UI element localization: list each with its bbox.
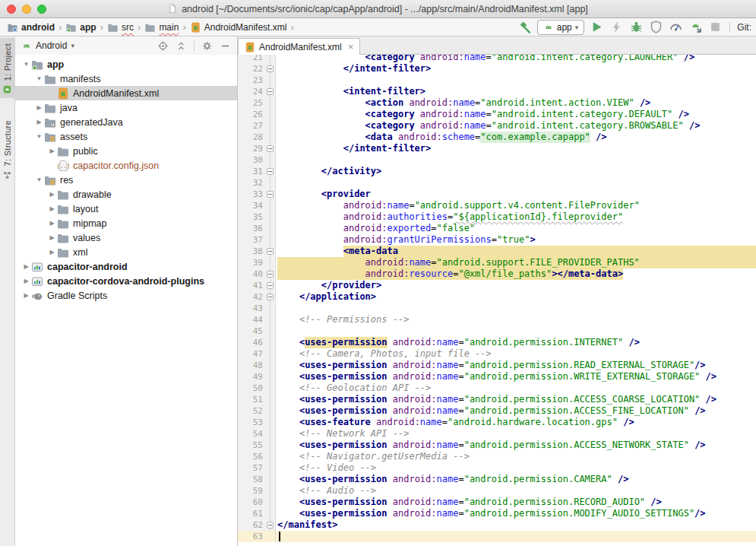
code-text[interactable]: <action android:name="android.intent.act…	[276, 97, 756, 109]
code-line[interactable]: 22 </intent-filter>	[238, 63, 756, 75]
code-text[interactable]: </application>	[276, 291, 756, 303]
code-line[interactable]: 61 <uses-permission android:name="androi…	[238, 508, 756, 519]
code-text[interactable]: android:name="android.support.FILE_PROVI…	[276, 257, 756, 268]
code-line[interactable]: 32	[238, 177, 756, 189]
close-window-button[interactable]	[7, 5, 16, 14]
code-line[interactable]: 26 <category android:name="android.inten…	[238, 109, 756, 120]
code-text[interactable]: </intent-filter>	[276, 63, 756, 75]
code-line[interactable]: 60 <uses-permission android:name="androi…	[238, 497, 756, 508]
code-text[interactable]: <uses-permission android:name="android.p…	[276, 440, 756, 451]
code-line[interactable]: 52 <uses-permission android:name="androi…	[238, 405, 756, 417]
breadcrumb-item[interactable]: main	[142, 21, 181, 33]
code-text[interactable]: <uses-permission android:name="android.p…	[276, 508, 756, 519]
code-line[interactable]: 40 android:resource="@xml/file_paths"></…	[238, 268, 756, 280]
tree-expand-arrow-icon[interactable]: ▶	[21, 292, 31, 299]
tree-item[interactable]: ▶Gradle Scripts	[15, 288, 237, 303]
code-line[interactable]: 24 <intent-filter>	[238, 86, 756, 97]
code-text[interactable]: </activity>	[276, 166, 756, 177]
code-line[interactable]: 53 <uses-feature android:name="android.h…	[238, 417, 756, 428]
code-line[interactable]: 55 <uses-permission android:name="androi…	[238, 440, 756, 451]
code-text[interactable]: <uses-permission android:name="android.p…	[276, 405, 756, 417]
code-text[interactable]: <!-- Navigator.getUserMedia -->	[276, 451, 756, 462]
stop-button[interactable]	[708, 20, 723, 34]
run-button[interactable]	[590, 20, 604, 34]
code-text[interactable]: <meta-data	[276, 246, 756, 257]
tree-item[interactable]: ▼assets	[15, 129, 237, 144]
fold-marker-icon[interactable]	[267, 191, 274, 198]
tree-item[interactable]: ▶mipmap	[15, 216, 237, 230]
minimize-window-button[interactable]	[22, 5, 31, 14]
code-line[interactable]: 45	[238, 325, 756, 337]
code-line[interactable]: 23	[238, 75, 756, 86]
code-text[interactable]: <category android:name="android.intent.c…	[276, 55, 756, 63]
debug-button[interactable]	[629, 20, 644, 34]
tree-expand-arrow-icon[interactable]: ▼	[21, 61, 31, 68]
code-line[interactable]: 37 android:grantUriPermissions="true">	[238, 234, 756, 246]
code-text[interactable]: <!-- Video -->	[276, 462, 756, 474]
code-text[interactable]: <uses-permission android:name="android.p…	[276, 497, 756, 508]
tree-expand-arrow-icon[interactable]: ▶	[47, 249, 57, 256]
code-text[interactable]	[276, 303, 756, 314]
code-text[interactable]	[276, 177, 756, 189]
code-line[interactable]: 34 android:name="android.support.v4.cont…	[238, 200, 756, 211]
tree-item[interactable]: ▶drawable	[15, 187, 237, 202]
tree-expand-arrow-icon[interactable]: ▶	[21, 263, 31, 270]
tree-item[interactable]: ▼app	[15, 57, 237, 71]
code-text[interactable]: <!-- Audio -->	[276, 485, 756, 497]
code-text[interactable]: <uses-permission android:name="android.p…	[276, 337, 756, 348]
breadcrumb-item[interactable]: android	[5, 21, 57, 33]
code-line[interactable]: 28 <data android:scheme="com.example.cap…	[238, 132, 756, 143]
code-line[interactable]: 31 </activity>	[238, 166, 756, 177]
close-tab-icon[interactable]: ×	[348, 41, 354, 52]
code-text[interactable]: android:name="android.support.v4.content…	[276, 200, 756, 211]
tree-expand-arrow-icon[interactable]: ▶	[47, 220, 57, 227]
gear-icon[interactable]	[201, 40, 213, 52]
code-text[interactable]: </intent-filter>	[276, 143, 756, 154]
code-line[interactable]: 62</manifest>	[238, 519, 756, 531]
code-line[interactable]: 35 android:authorities="${applicationId}…	[238, 211, 756, 223]
code-text[interactable]: <category android:name="android.intent.c…	[276, 120, 756, 132]
code-line[interactable]: 33 <provider	[238, 189, 756, 200]
fold-marker-icon[interactable]	[267, 145, 274, 152]
project-view-selector[interactable]: Android ▾	[21, 40, 74, 51]
code-line[interactable]: 49 <uses-permission android:name="androi…	[238, 371, 756, 383]
code-line[interactable]: 63	[238, 531, 756, 542]
code-text[interactable]	[276, 325, 756, 337]
tree-expand-arrow-icon[interactable]: ▶	[21, 278, 31, 284]
code-line[interactable]: 47 <!-- Camera, Photos, input file -->	[238, 348, 756, 360]
code-line[interactable]: 50 <!-- Geolocation API -->	[238, 383, 756, 394]
fold-marker-icon[interactable]	[267, 522, 274, 529]
code-line[interactable]: 54 <!-- Network API -->	[238, 428, 756, 440]
code-line[interactable]: 30	[238, 154, 756, 166]
code-text[interactable]: <data android:scheme="com.example.capapp…	[276, 132, 756, 143]
tree-item[interactable]: ▶capacitor-cordova-android-plugins	[15, 274, 237, 288]
code-line[interactable]: 36 android:exported="false"	[238, 223, 756, 234]
code-text[interactable]: <uses-feature android:name="android.hard…	[276, 417, 756, 428]
tree-item[interactable]: {..}capacitor.config.json	[15, 158, 237, 173]
breadcrumb-item[interactable]: AndroidManifest.xml	[188, 21, 289, 33]
fold-marker-icon[interactable]	[267, 88, 274, 95]
code-line[interactable]: 29 </intent-filter>	[238, 143, 756, 154]
tree-expand-arrow-icon[interactable]: ▶	[47, 148, 57, 154]
code-text[interactable]: android:resource="@xml/file_paths"></met…	[276, 268, 756, 280]
code-text[interactable]: <uses-permission android:name="android.p…	[276, 360, 756, 371]
code-line[interactable]: 39 android:name="android.support.FILE_PR…	[238, 257, 756, 268]
code-text[interactable]: <!-- Camera, Photos, input file -->	[276, 348, 756, 360]
code-line[interactable]: 21 <category android:name="android.inten…	[238, 55, 756, 63]
tree-expand-arrow-icon[interactable]: ▼	[34, 133, 44, 140]
tree-item[interactable]: ▼manifests	[15, 71, 237, 86]
hide-panel-icon[interactable]	[220, 40, 231, 52]
fold-marker-icon[interactable]	[267, 271, 274, 278]
tree-item[interactable]: ▶capacitor-android	[15, 259, 237, 274]
tree-expand-arrow-icon[interactable]: ▶	[47, 191, 57, 198]
breadcrumb-item[interactable]: src	[105, 21, 136, 33]
code-line[interactable]: 51 <uses-permission android:name="androi…	[238, 394, 756, 405]
code-text[interactable]: android:exported="false"	[276, 223, 756, 234]
tree-expand-arrow-icon[interactable]: ▶	[47, 234, 57, 241]
code-text[interactable]: <!-- Geolocation API -->	[276, 383, 756, 394]
tool-window-structure-tab[interactable]: 7: Structure	[0, 115, 14, 183]
breadcrumb-item[interactable]: app	[63, 21, 98, 33]
tree-expand-arrow-icon[interactable]: ▼	[34, 176, 44, 183]
tree-item[interactable]: ▼res	[15, 173, 237, 187]
code-text[interactable]	[276, 531, 756, 542]
